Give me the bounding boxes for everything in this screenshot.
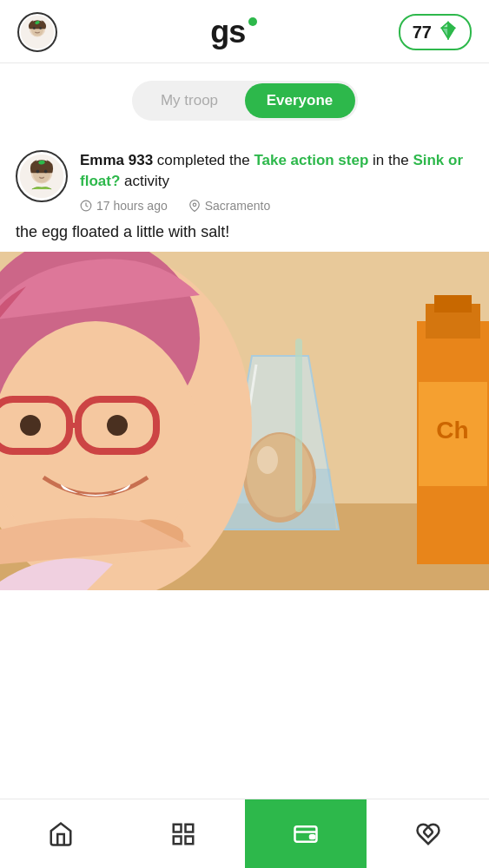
svg-rect-45 <box>310 835 314 838</box>
post-in-the: in the <box>373 152 413 168</box>
post-action-text: completed the <box>157 152 254 168</box>
logo-dot <box>248 17 257 26</box>
toggle-everyone[interactable]: Everyone <box>245 83 355 118</box>
svg-rect-24 <box>434 295 472 312</box>
post-caption: the egg floated a little with salt! <box>16 221 473 243</box>
points-value: 77 <box>413 23 432 43</box>
svg-marker-8 <box>448 23 454 28</box>
post-time: 17 hours ago <box>80 199 168 213</box>
svg-marker-7 <box>442 23 448 28</box>
toggle-my-troop[interactable]: My troop <box>135 83 245 118</box>
post-item: Emma 933 completed the Take action step … <box>16 150 473 590</box>
diamond-icon <box>439 21 458 43</box>
post-header: Emma 933 completed the Take action step … <box>16 150 473 213</box>
post-details: 17 hours ago Sacramento <box>80 199 473 213</box>
svg-point-18 <box>193 203 196 207</box>
svg-point-3 <box>33 27 36 30</box>
nav-community[interactable] <box>367 799 489 868</box>
svg-point-37 <box>20 415 41 436</box>
bottom-navigation <box>0 799 489 868</box>
svg-point-4 <box>39 27 42 30</box>
svg-point-15 <box>44 170 48 174</box>
activity-feed: Emma 933 completed the Take action step … <box>0 135 489 799</box>
svg-point-38 <box>107 415 128 436</box>
post-username: Emma 933 <box>80 152 153 168</box>
toggle-pill: My troop Everyone <box>132 81 358 121</box>
post-meta: Emma 933 completed the Take action step … <box>80 150 473 213</box>
svg-rect-40 <box>186 824 194 832</box>
svg-point-14 <box>36 170 39 174</box>
grid-icon <box>170 821 196 847</box>
location-icon <box>188 200 201 212</box>
app-header: gs 77 <box>0 0 489 63</box>
svg-point-29 <box>257 446 278 474</box>
svg-rect-41 <box>186 836 194 844</box>
svg-rect-42 <box>174 836 182 844</box>
post-title: Emma 933 completed the Take action step … <box>80 150 473 192</box>
app-logo: gs <box>210 14 245 50</box>
post-action-step: Take action step <box>254 152 368 168</box>
post-activity-word: activity <box>124 173 169 189</box>
filter-toggle: My troop Everyone <box>0 63 489 135</box>
svg-rect-39 <box>174 824 182 832</box>
clock-icon <box>80 200 92 212</box>
svg-point-28 <box>247 434 313 517</box>
nav-home[interactable] <box>0 799 122 868</box>
svg-marker-9 <box>442 28 448 38</box>
user-avatar[interactable] <box>17 12 57 52</box>
svg-text:Ch: Ch <box>436 417 468 444</box>
wallet-icon <box>293 821 319 847</box>
svg-rect-30 <box>295 339 302 512</box>
svg-marker-10 <box>448 28 454 38</box>
post-photo: Ch <box>0 252 489 590</box>
points-badge[interactable]: 77 <box>399 14 472 50</box>
post-avatar[interactable] <box>16 150 68 202</box>
handshake-icon <box>415 821 441 847</box>
post-location: Sacramento <box>188 199 270 213</box>
nav-grid[interactable] <box>122 799 245 868</box>
home-icon <box>48 821 74 847</box>
nav-wallet[interactable] <box>245 799 367 868</box>
